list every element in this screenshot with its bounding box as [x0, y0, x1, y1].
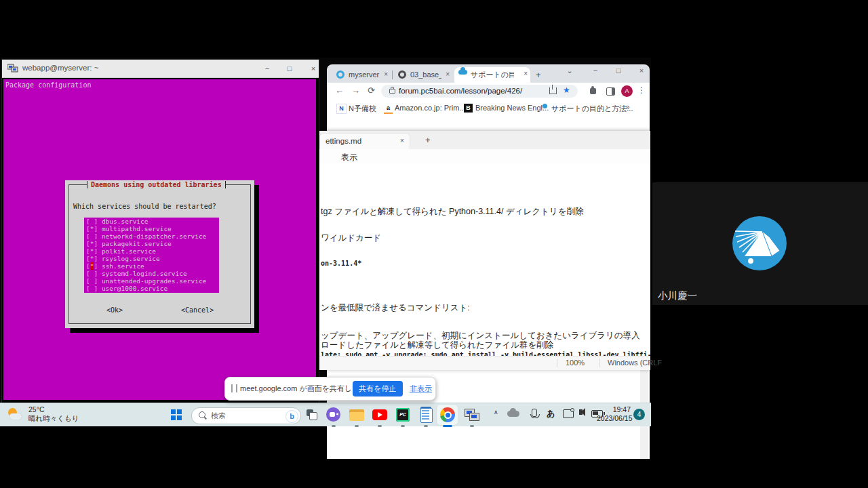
terminal-minimize-button[interactable]: −	[260, 62, 275, 75]
window-chevron-icon[interactable]: ⌄	[563, 66, 576, 75]
new-tab-button[interactable]: +	[536, 70, 541, 80]
service-row[interactable]: [*] rsyslog.service	[86, 255, 219, 262]
service-row[interactable]: [ ] user@1000.service	[86, 285, 219, 292]
onedrive-icon[interactable]	[507, 411, 519, 417]
clock-date: 2023/06/15	[597, 414, 631, 423]
service-row[interactable]: [ ] dbus.service	[86, 218, 219, 225]
service-row[interactable]: [ ] networkd-dispatcher.service	[86, 232, 219, 240]
drag-handle-icon[interactable]	[231, 384, 237, 392]
terminal-body[interactable]: Package configuration Daemons using outd…	[2, 78, 319, 403]
service-row[interactable]: [*] multipathd.service	[86, 225, 219, 232]
notepad-content[interactable]: tgz ファイルと解凍して得られた Python-3.11.4/ ディレクトリを…	[319, 164, 650, 356]
weather-description[interactable]: 晴れ時々くもり	[28, 414, 79, 424]
note-line: on-3.11.4*	[321, 260, 361, 267]
taskbar-notepad[interactable]	[418, 407, 434, 423]
bookmark-item[interactable]: Breaking News Engl...	[475, 104, 549, 112]
zoom-level[interactable]: 100%	[566, 359, 585, 367]
note-line: ンを最低限で済ませるコマンドリスト:	[321, 302, 470, 314]
taskbar-chat-app[interactable]	[326, 407, 342, 423]
notepad-tab-close-icon[interactable]: ×	[400, 137, 404, 144]
terminal-close-button[interactable]: ×	[306, 62, 321, 75]
taskbar-youtube[interactable]	[372, 407, 388, 423]
weather-icon[interactable]	[7, 406, 24, 424]
share-icon[interactable]	[549, 87, 557, 94]
service-row[interactable]: [ ] unattended-upgrades.service	[86, 277, 219, 285]
cancel-button[interactable]: <Cancel>	[181, 306, 214, 314]
extensions-icon[interactable]	[590, 88, 596, 94]
url-text[interactable]: forum.pc5bai.com/lesson/page/426/	[399, 87, 522, 95]
clock-time: 19:47	[597, 405, 631, 414]
terminal-maximize-button[interactable]: □	[282, 62, 297, 75]
browser-minimize-button[interactable]: −	[589, 66, 602, 75]
microphone-icon[interactable]	[532, 409, 537, 417]
terminal-window[interactable]: webapp@myserver: ~ − □ × Package configu…	[2, 60, 319, 403]
tab-close-icon[interactable]: ×	[446, 70, 450, 78]
shared-screen: webapp@myserver: ~ − □ × Package configu…	[0, 58, 651, 426]
notepad-tab[interactable]: ettings.md ×	[319, 133, 410, 149]
line-ending-label: Windows (CRLF	[608, 359, 662, 367]
tab-03-base[interactable]: 03_base_s... ×	[394, 68, 452, 83]
hide-banner-link[interactable]: 非表示	[410, 384, 432, 394]
taskbar-pycharm[interactable]: PC	[395, 407, 411, 423]
taskbar-clock[interactable]: 19:47 2023/06/15	[597, 405, 631, 423]
taskbar-chrome[interactable]	[439, 407, 456, 423]
notepad-new-tab-button[interactable]: +	[425, 135, 431, 145]
dialog-question: Which services should be restarted?	[73, 203, 216, 210]
service-row-cursor[interactable]: [*] ssh.service	[86, 262, 219, 270]
bookmark-item[interactable]: サポートの目的と方法...	[551, 104, 633, 114]
notepad-statusbar: 100% Windows (CRLF	[319, 356, 650, 370]
globe-favicon-icon	[398, 70, 406, 79]
browser-toolbar: ← → ⟳ forum.pc5bai.com/lesson/page/426/ …	[327, 83, 650, 100]
start-button[interactable]	[171, 409, 182, 420]
package-configuration-screen: Package configuration Daemons using outd…	[3, 79, 316, 400]
swirl-favicon-icon	[336, 70, 344, 79]
bing-icon[interactable]: b	[285, 410, 298, 423]
browser-menu-icon[interactable]: ⋮	[637, 85, 646, 95]
reload-icon[interactable]: ⟳	[368, 85, 375, 96]
bookmark-item[interactable]: N予備校	[349, 104, 376, 114]
browser-close-button[interactable]: ×	[635, 66, 648, 75]
taskbar-putty[interactable]	[464, 407, 480, 423]
display-cast-icon[interactable]	[563, 409, 574, 418]
tab-support-active[interactable]: サポートの目... ×	[454, 67, 530, 83]
task-view-button[interactable]	[307, 409, 317, 420]
package-configuration-label: Package configuration	[5, 81, 91, 89]
tab-close-icon[interactable]: ×	[384, 70, 388, 78]
weather-temperature[interactable]: 25°C	[28, 405, 44, 413]
notepad-menubar: 表示	[319, 149, 650, 165]
ime-indicator[interactable]: あ	[547, 408, 555, 420]
service-row[interactable]: [ ] systemd-logind.service	[86, 270, 219, 277]
note-line: late; sudo apt -y upgrade; sudo apt inst…	[321, 351, 650, 356]
menu-view[interactable]: 表示	[341, 152, 357, 163]
tray-chevron-icon[interactable]: ∧	[494, 409, 498, 415]
bookmark-star-icon[interactable]: ★	[563, 85, 570, 95]
speaker-icon[interactable]	[579, 409, 583, 415]
note-line: ワイルドカード	[321, 232, 381, 244]
terminal-titlebar[interactable]: webapp@myserver: ~ − □ ×	[2, 60, 319, 78]
meet-window: webapp@myserver: ~ − □ × Package configu…	[0, 0, 868, 488]
tab-close-icon[interactable]: ×	[524, 70, 528, 77]
bookmark-item[interactable]: Amazon.co.jp: Prim...	[395, 104, 466, 112]
bookmark-favicon-amazon: a	[384, 104, 393, 114]
profile-avatar[interactable]: A	[621, 85, 633, 97]
address-bar[interactable]: forum.pc5bai.com/lesson/page/426/ ★	[381, 85, 578, 98]
cloud-favicon-icon	[458, 70, 467, 75]
service-row[interactable]: [*] polkit.service	[86, 247, 219, 255]
browser-maximize-button[interactable]: □	[612, 66, 625, 75]
forward-icon[interactable]: →	[351, 85, 360, 96]
ok-button[interactable]: <Ok>	[106, 306, 123, 314]
stop-sharing-button[interactable]: 共有を停止	[353, 381, 403, 396]
side-panel-icon[interactable]	[606, 87, 615, 96]
taskbar-search[interactable]: 検索 b	[191, 407, 301, 424]
tab-myserver[interactable]: myserver ×	[332, 68, 391, 83]
back-icon[interactable]: ←	[335, 85, 344, 96]
notepad-window: ettings.md × + 表示 tgz ファイルと解凍して得られた Pyth…	[319, 131, 650, 369]
services-checklist[interactable]: [ ] dbus.service [*] multipathd.service …	[84, 218, 219, 293]
bookmarks-overflow-icon[interactable]: »	[625, 102, 630, 112]
notification-badge[interactable]: 4	[633, 409, 645, 420]
taskbar-file-explorer[interactable]	[349, 407, 365, 423]
participant-tile[interactable]: 小川慶一	[652, 182, 868, 305]
service-row[interactable]: [*] packagekit.service	[86, 240, 219, 247]
tab-strip: myserver × 03_base_s... × サポートの目... × + …	[327, 64, 650, 83]
putty-icon	[7, 64, 18, 73]
